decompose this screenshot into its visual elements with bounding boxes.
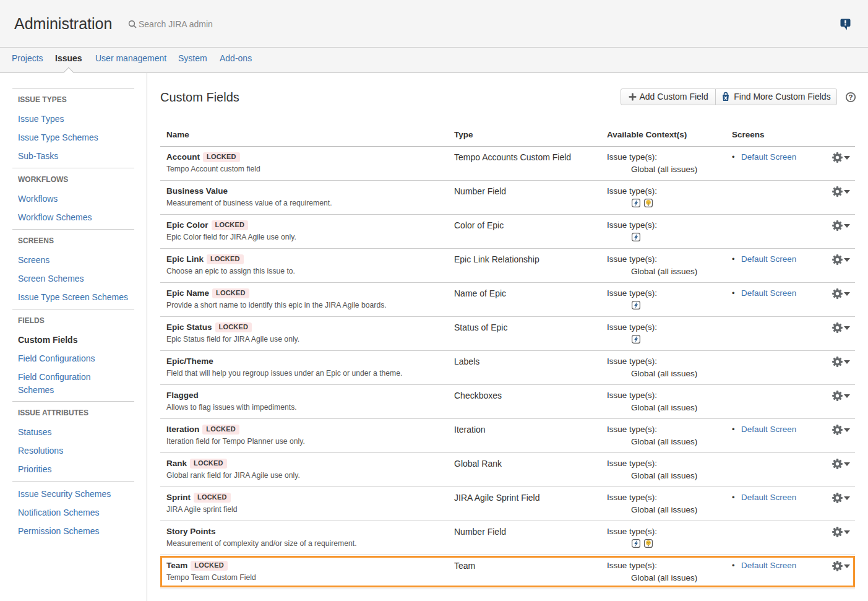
svg-text:?: ? — [848, 93, 853, 101]
